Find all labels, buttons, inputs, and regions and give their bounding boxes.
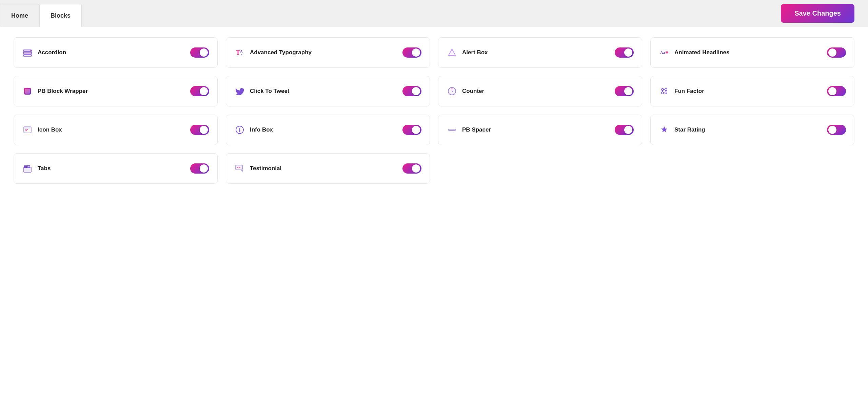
block-label-accordion: Accordion bbox=[38, 49, 66, 56]
block-label-click-to-tweet: Click To Tweet bbox=[250, 88, 290, 95]
click-to-tweet-icon bbox=[234, 86, 245, 97]
tab-home[interactable]: Home bbox=[0, 4, 39, 27]
icon-box-icon bbox=[22, 124, 33, 135]
toggle-alert-box[interactable] bbox=[615, 47, 634, 58]
svg-point-40 bbox=[239, 167, 240, 168]
toggle-counter[interactable] bbox=[615, 86, 634, 96]
toggle-info-box[interactable] bbox=[402, 125, 421, 135]
block-label-alert-box: Alert Box bbox=[462, 49, 488, 56]
block-card-left-alert-box: Alert Box bbox=[447, 47, 488, 58]
block-card-left-counter: Counter bbox=[447, 86, 484, 97]
block-card-alert-box: Alert Box bbox=[438, 37, 642, 68]
block-card-left-tabs: Tabs bbox=[22, 163, 51, 174]
block-card-counter: Counter bbox=[438, 76, 642, 106]
alert-box-icon bbox=[447, 47, 457, 58]
block-card-icon-box: Icon Box bbox=[14, 115, 218, 145]
svg-point-19 bbox=[452, 88, 453, 89]
svg-rect-32 bbox=[239, 129, 240, 132]
svg-point-22 bbox=[662, 92, 664, 94]
block-label-pb-block-wrapper: PB Block Wrapper bbox=[38, 88, 88, 95]
animated-headlines-icon: Aa bbox=[659, 47, 670, 58]
toggle-animated-headlines[interactable] bbox=[827, 47, 846, 58]
block-card-left-animated-headlines: Aa Animated Headlines bbox=[659, 47, 730, 58]
block-card-testimonial: Testimonial bbox=[226, 153, 430, 184]
block-card-animated-headlines: Aa Animated Headlines bbox=[650, 37, 854, 68]
advanced-typography-icon: T A a bbox=[234, 47, 245, 58]
block-card-fun-factor: Fun Factor bbox=[650, 76, 854, 106]
svg-point-39 bbox=[237, 167, 238, 168]
block-card-left-click-to-tweet: Click To Tweet bbox=[234, 86, 290, 97]
tabs-area: Home Blocks bbox=[0, 0, 82, 27]
toggle-pb-block-wrapper[interactable] bbox=[190, 86, 209, 96]
block-card-left-pb-spacer: PB Spacer bbox=[447, 124, 491, 135]
block-label-testimonial: Testimonial bbox=[250, 165, 281, 172]
testimonial-icon bbox=[234, 163, 245, 174]
block-card-left-star-rating: Star Rating bbox=[659, 124, 705, 135]
star-rating-icon bbox=[659, 124, 670, 135]
info-box-icon bbox=[234, 124, 245, 135]
block-card-left-icon-box: Icon Box bbox=[22, 124, 62, 135]
tab-home-label: Home bbox=[11, 12, 28, 19]
toggle-fun-factor[interactable] bbox=[827, 86, 846, 96]
tabs-icon bbox=[22, 163, 33, 174]
svg-point-10 bbox=[452, 52, 452, 52]
block-card-pb-spacer: PB Spacer bbox=[438, 115, 642, 145]
toggle-pb-spacer[interactable] bbox=[615, 125, 634, 135]
block-label-counter: Counter bbox=[462, 88, 484, 95]
toggle-click-to-tweet[interactable] bbox=[402, 86, 421, 96]
toggle-accordion[interactable] bbox=[190, 47, 209, 58]
block-label-star-rating: Star Rating bbox=[674, 126, 705, 133]
block-card-left-pb-block-wrapper: PB Block Wrapper bbox=[22, 86, 88, 97]
main-content: Accordion T A a Advanced Typography Aler… bbox=[0, 27, 868, 398]
svg-rect-17 bbox=[25, 89, 30, 94]
svg-text:Aa: Aa bbox=[660, 50, 665, 55]
toggle-advanced-typography[interactable] bbox=[402, 47, 421, 58]
toggle-testimonial[interactable] bbox=[402, 163, 421, 174]
block-label-fun-factor: Fun Factor bbox=[674, 88, 704, 95]
tab-blocks[interactable]: Blocks bbox=[39, 4, 82, 27]
block-label-info-box: Info Box bbox=[250, 126, 273, 133]
svg-text:T: T bbox=[236, 49, 240, 56]
toggle-star-rating[interactable] bbox=[827, 125, 846, 135]
block-label-animated-headlines: Animated Headlines bbox=[674, 49, 730, 56]
block-card-click-to-tweet: Click To Tweet bbox=[226, 76, 430, 106]
svg-rect-37 bbox=[27, 165, 30, 168]
tab-blocks-label: Blocks bbox=[51, 12, 71, 19]
blocks-grid: Accordion T A a Advanced Typography Aler… bbox=[14, 37, 854, 184]
svg-rect-29 bbox=[24, 127, 31, 128]
fun-factor-icon bbox=[659, 86, 670, 97]
svg-rect-34 bbox=[449, 129, 455, 131]
block-card-tabs: Tabs bbox=[14, 153, 218, 184]
accordion-icon bbox=[22, 47, 33, 58]
block-card-star-rating: Star Rating bbox=[650, 115, 854, 145]
block-card-pb-block-wrapper: PB Block Wrapper bbox=[14, 76, 218, 106]
block-card-advanced-typography: T A a Advanced Typography bbox=[226, 37, 430, 68]
block-card-left-fun-factor: Fun Factor bbox=[659, 86, 704, 97]
toggle-tabs[interactable] bbox=[190, 163, 209, 174]
block-label-icon-box: Icon Box bbox=[38, 126, 62, 133]
svg-point-31 bbox=[239, 128, 240, 129]
save-changes-button[interactable]: Save Changes bbox=[781, 4, 854, 23]
block-card-left-advanced-typography: T A a Advanced Typography bbox=[234, 47, 312, 58]
block-label-advanced-typography: Advanced Typography bbox=[250, 49, 312, 56]
block-card-left-info-box: Info Box bbox=[234, 124, 273, 135]
block-label-tabs: Tabs bbox=[38, 165, 51, 172]
block-card-accordion: Accordion bbox=[14, 37, 218, 68]
pb-spacer-icon bbox=[447, 124, 457, 135]
svg-rect-11 bbox=[452, 53, 452, 55]
counter-icon bbox=[447, 86, 457, 97]
block-card-left-accordion: Accordion bbox=[22, 47, 66, 58]
toggle-icon-box[interactable] bbox=[190, 125, 209, 135]
block-card-info-box: Info Box bbox=[226, 115, 430, 145]
svg-point-23 bbox=[665, 92, 667, 94]
pb-block-wrapper-icon bbox=[22, 86, 33, 97]
svg-text:a: a bbox=[241, 53, 242, 56]
block-label-pb-spacer: PB Spacer bbox=[462, 126, 491, 133]
svg-point-21 bbox=[665, 88, 667, 91]
header: Home Blocks Save Changes bbox=[0, 0, 868, 27]
block-card-left-testimonial: Testimonial bbox=[234, 163, 281, 174]
svg-rect-36 bbox=[24, 165, 27, 168]
svg-point-20 bbox=[662, 88, 664, 91]
save-changes-label: Save Changes bbox=[794, 9, 841, 17]
